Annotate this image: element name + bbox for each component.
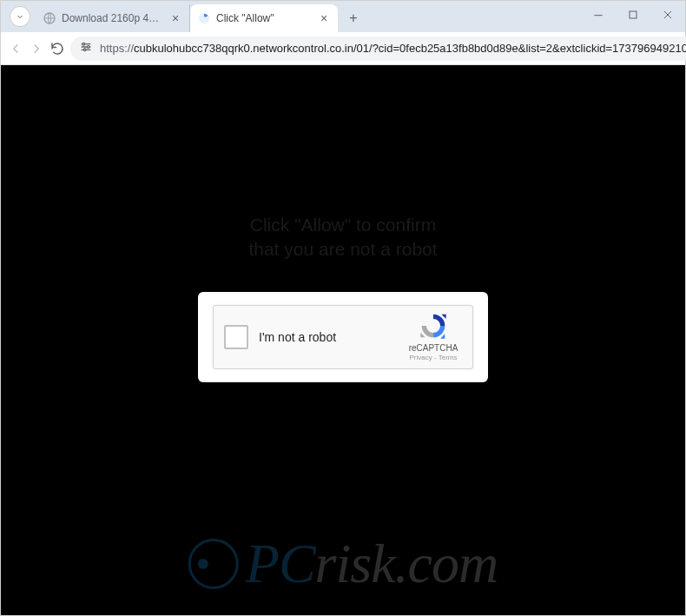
captcha-label: I'm not a robot (248, 330, 405, 344)
instruction-text: Click "Allow" to confirm that you are no… (248, 213, 437, 262)
close-window-button[interactable] (650, 1, 685, 29)
chevron-down-icon (15, 11, 25, 22)
tune-icon (79, 40, 93, 54)
captcha-widget: I'm not a robot reCAPTCHA Privacy - Term… (213, 305, 473, 369)
close-icon[interactable]: × (317, 11, 331, 25)
tab-title: Click "Allow" (216, 12, 312, 24)
close-icon[interactable]: × (168, 11, 182, 25)
arrow-left-icon (8, 41, 23, 56)
watermark-logo-icon (188, 539, 239, 589)
new-tab-button[interactable]: + (341, 6, 366, 30)
maximize-icon (626, 8, 640, 22)
watermark: PCrisk.com (188, 532, 498, 596)
recaptcha-icon (419, 312, 447, 340)
svg-rect-2 (630, 11, 637, 18)
globe-icon (43, 11, 56, 25)
captcha-brand-name: reCAPTCHA (405, 343, 462, 354)
svg-point-3 (82, 43, 85, 45)
svg-marker-13 (420, 333, 425, 337)
reload-icon (49, 41, 65, 56)
watermark-risk: risk.com (315, 533, 498, 594)
captcha-checkbox[interactable] (224, 325, 248, 349)
forward-button[interactable] (29, 36, 44, 61)
toolbar: https://cubkulohubcc738qqrk0.networkcont… (1, 32, 685, 65)
browser-window: Download 2160p 4K YIFY Movi… × Click "Al… (0, 0, 686, 616)
close-icon (661, 8, 675, 22)
back-button[interactable] (8, 36, 23, 61)
tab-search-button[interactable] (10, 6, 30, 27)
svg-point-5 (83, 49, 86, 51)
tab-active[interactable]: Click "Allow" × (190, 4, 338, 32)
url-scheme: https:// (100, 42, 134, 55)
svg-marker-11 (441, 314, 445, 318)
tab-title: Download 2160p 4K YIFY Movi… (62, 12, 163, 24)
watermark-pc: PC (246, 533, 315, 594)
svg-point-4 (87, 46, 89, 49)
tab-inactive[interactable]: Download 2160p 4K YIFY Movi… × (36, 4, 190, 32)
instruction-line1: Click "Allow" to confirm (248, 213, 437, 237)
minimize-icon (591, 8, 605, 22)
tab-strip: Download 2160p 4K YIFY Movi… × Click "Al… (1, 1, 685, 32)
maximize-button[interactable] (616, 1, 650, 29)
url-text: https://cubkulohubcc738qqrk0.networkcont… (100, 42, 686, 55)
captcha-card: I'm not a robot reCAPTCHA Privacy - Term… (198, 292, 488, 382)
captcha-brand: reCAPTCHA Privacy - Terms (405, 312, 462, 362)
site-info-button[interactable] (79, 40, 93, 56)
address-bar[interactable]: https://cubkulohubcc738qqrk0.networkcont… (70, 36, 686, 61)
url-rest: cubkulohubcc738qqrk0.networkcontrol.co.i… (134, 42, 686, 55)
captcha-brand-links[interactable]: Privacy - Terms (405, 354, 462, 362)
page-content: Click "Allow" to confirm that you are no… (1, 65, 685, 615)
svg-marker-12 (440, 334, 445, 338)
instruction-line2: that you are not a robot (248, 237, 437, 262)
site-favicon-icon (197, 11, 211, 25)
reload-button[interactable] (49, 36, 65, 61)
window-controls (581, 1, 685, 29)
arrow-right-icon (29, 41, 44, 56)
minimize-button[interactable] (581, 1, 616, 29)
